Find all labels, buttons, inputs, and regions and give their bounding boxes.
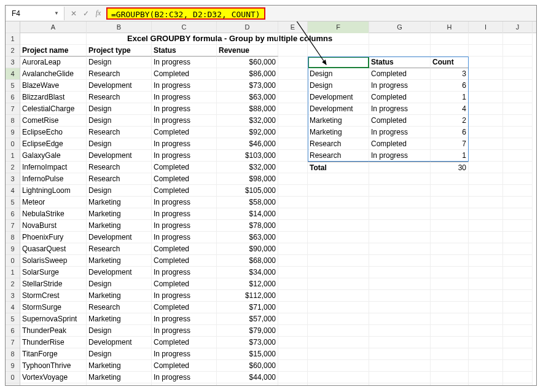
table-cell[interactable]: InfernoPulse xyxy=(20,173,87,185)
cell[interactable] xyxy=(431,243,469,255)
result-cell[interactable]: Completed xyxy=(369,68,431,80)
cell[interactable] xyxy=(369,372,431,383)
cell[interactable] xyxy=(431,232,469,243)
cell[interactable] xyxy=(503,45,533,57)
table-cell[interactable]: BlizzardBlast xyxy=(20,92,87,103)
table-cell[interactable]: $58,000 xyxy=(217,197,278,208)
table-cell[interactable]: CometRise xyxy=(20,115,87,127)
table-cell[interactable]: $92,000 xyxy=(217,127,278,138)
table-cell[interactable]: $68,000 xyxy=(217,255,278,267)
result-cell[interactable]: In progress xyxy=(369,150,431,162)
cell[interactable] xyxy=(278,278,308,290)
row-header[interactable]: 9 xyxy=(6,360,20,372)
table-cell[interactable]: Research xyxy=(87,68,152,80)
table-cell[interactable]: TitanForge xyxy=(20,348,87,360)
cell[interactable] xyxy=(278,383,308,385)
cell[interactable] xyxy=(20,33,87,45)
result-cell[interactable]: 3 xyxy=(431,68,469,80)
result-cell[interactable]: In progress xyxy=(369,127,431,138)
table-cell[interactable]: $88,000 xyxy=(217,103,278,115)
cell[interactable] xyxy=(503,57,533,68)
cell[interactable] xyxy=(278,80,308,92)
table-cell[interactable]: Development xyxy=(87,337,152,348)
table-cell[interactable]: Design xyxy=(87,348,152,360)
cell[interactable] xyxy=(469,103,503,115)
table-cell[interactable]: In progress xyxy=(152,267,217,278)
row-header[interactable]: 1 xyxy=(6,33,20,45)
cell[interactable] xyxy=(469,267,503,278)
result-header[interactable]: Status xyxy=(369,57,431,68)
table-cell[interactable]: Design xyxy=(87,57,152,68)
cell[interactable] xyxy=(369,45,431,57)
table-cell[interactable]: $98,000 xyxy=(217,173,278,185)
cell[interactable] xyxy=(278,45,308,57)
cell[interactable] xyxy=(369,185,431,197)
table-cell[interactable]: Completed xyxy=(152,243,217,255)
cell[interactable] xyxy=(369,33,431,45)
result-cell[interactable]: In progress xyxy=(369,80,431,92)
table-cell[interactable]: Marketing xyxy=(87,290,152,302)
cell[interactable] xyxy=(431,360,469,372)
result-cell[interactable]: Design xyxy=(308,80,369,92)
cell[interactable] xyxy=(503,197,533,208)
cell[interactable] xyxy=(278,302,308,313)
table-cell[interactable]: Research xyxy=(87,302,152,313)
cell[interactable] xyxy=(369,243,431,255)
table-cell[interactable]: In progress xyxy=(152,232,217,243)
cell[interactable] xyxy=(278,127,308,138)
table-cell[interactable]: Marketing xyxy=(87,360,152,372)
cell[interactable] xyxy=(503,348,533,360)
cell[interactable] xyxy=(369,220,431,232)
cell[interactable] xyxy=(469,92,503,103)
cell[interactable] xyxy=(369,208,431,220)
table-cell[interactable]: $63,000 xyxy=(217,232,278,243)
table-cell[interactable]: Design xyxy=(87,138,152,150)
cell[interactable] xyxy=(278,255,308,267)
row-header[interactable]: 2 xyxy=(6,278,20,290)
result-cell[interactable]: 1 xyxy=(431,92,469,103)
cell[interactable] xyxy=(469,232,503,243)
cell[interactable] xyxy=(503,220,533,232)
cell[interactable] xyxy=(503,115,533,127)
cell[interactable] xyxy=(278,92,308,103)
cell[interactable] xyxy=(469,348,503,360)
table-cell[interactable]: $78,000 xyxy=(217,220,278,232)
table-cell[interactable]: In progress xyxy=(152,313,217,325)
cell[interactable] xyxy=(431,337,469,348)
cell[interactable] xyxy=(469,313,503,325)
table-cell[interactable]: SolarSurge xyxy=(20,267,87,278)
cell[interactable] xyxy=(308,313,369,325)
cell[interactable] xyxy=(308,337,369,348)
cell[interactable] xyxy=(503,232,533,243)
cell[interactable] xyxy=(469,68,503,80)
cell[interactable] xyxy=(469,45,503,57)
column-header-A[interactable]: A xyxy=(20,22,87,33)
cell[interactable] xyxy=(308,255,369,267)
cell[interactable] xyxy=(503,325,533,337)
table-cell[interactable]: ThunderPeak xyxy=(20,325,87,337)
cell[interactable] xyxy=(503,337,533,348)
cell[interactable] xyxy=(431,220,469,232)
cell[interactable] xyxy=(431,33,469,45)
result-cell[interactable]: Completed xyxy=(369,92,431,103)
table-cell[interactable]: In progress xyxy=(152,57,217,68)
cell[interactable] xyxy=(503,173,533,185)
table-cell[interactable]: Research xyxy=(87,173,152,185)
cell[interactable] xyxy=(431,185,469,197)
cell[interactable] xyxy=(308,45,369,57)
cell[interactable] xyxy=(431,302,469,313)
grid[interactable]: ABCDEFGHIJ Excel GROUPBY formula - Group… xyxy=(20,22,536,385)
table-cell[interactable]: $103,000 xyxy=(217,150,278,162)
cell[interactable] xyxy=(308,383,369,385)
cell[interactable] xyxy=(278,337,308,348)
column-header-J[interactable]: J xyxy=(503,22,533,33)
table-cell[interactable]: $12,000 xyxy=(217,278,278,290)
table-cell[interactable]: Marketing xyxy=(87,313,152,325)
table-cell[interactable]: Design xyxy=(87,278,152,290)
enter-icon[interactable]: ✓ xyxy=(82,9,90,18)
cell[interactable] xyxy=(308,232,369,243)
cell[interactable] xyxy=(503,138,533,150)
cell[interactable] xyxy=(469,162,503,173)
row-header[interactable]: 3 xyxy=(6,173,20,185)
row-header[interactable]: 7 xyxy=(6,220,20,232)
